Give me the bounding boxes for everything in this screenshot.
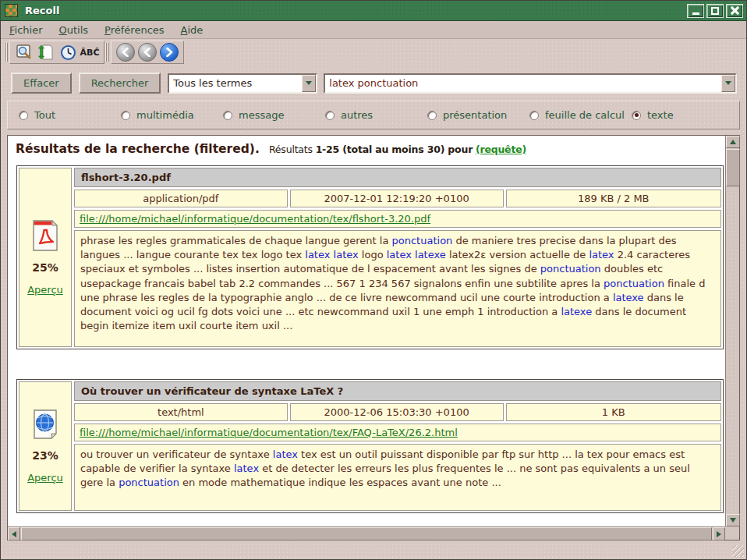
update-index-button[interactable] (35, 42, 57, 62)
pdf-file-icon (32, 220, 58, 251)
result-1-side: 25% Aperçu (19, 168, 72, 347)
results-list: Résultats de la recherche (filtered). Ré… (8, 136, 725, 526)
result-row-1: 25% Aperçu flshort-3.20.pdf application/… (16, 165, 724, 349)
search-mode-select[interactable]: Tous les termes (168, 73, 317, 94)
result-url-link[interactable]: file:///home/michael/informatique/docume… (80, 427, 458, 438)
arrow-right-icon (165, 48, 174, 57)
recoll-app-icon (5, 4, 18, 17)
results-count-label: Résultats (269, 144, 313, 155)
clock-icon (60, 44, 76, 61)
search-button[interactable]: Rechercher (79, 73, 161, 94)
document-update-icon (37, 44, 55, 61)
toolbar-group-nav (111, 41, 184, 64)
maximize-icon (711, 7, 719, 15)
resize-grip[interactable] (732, 545, 744, 557)
scroll-left-button[interactable] (8, 527, 20, 541)
radio-icon (223, 111, 232, 120)
vertical-scrollbar[interactable] (725, 136, 739, 526)
radio-icon (632, 111, 641, 120)
relevance-percent: 23% (32, 449, 58, 462)
result-1-main: flshort-3.20.pdf application/pdf 2007-12… (74, 168, 721, 347)
scroll-down-button[interactable] (726, 514, 740, 526)
result-date: 2007-12-01 12:19:20 +0100 (290, 190, 504, 207)
result-title[interactable]: Où trouver un vérificateur de syntaxe La… (74, 381, 721, 401)
arrow-left-icon (12, 531, 16, 537)
first-page-button[interactable] (116, 43, 135, 62)
preview-link[interactable]: Aperçu (27, 472, 63, 484)
toolbar-handle[interactable] (4, 43, 8, 62)
result-snippet: ou trouver un verificateur de syntaxe la… (74, 444, 721, 511)
menu-aide[interactable]: Aide (181, 24, 204, 36)
menubar: Fichier Outils Préférences Aide (1, 21, 746, 39)
chevron-down-icon (725, 81, 731, 85)
query-detail-button[interactable] (13, 42, 35, 62)
search-query-dropdown-button[interactable] (721, 75, 735, 92)
vertical-scrollbar-thumb[interactable] (726, 149, 740, 186)
term-explorer-button[interactable]: ÂBĈ (79, 42, 101, 62)
filter-tout[interactable]: Tout (19, 109, 121, 121)
close-icon (731, 6, 739, 15)
filter-presentation[interactable]: présentation (427, 109, 529, 121)
next-page-button[interactable] (160, 43, 179, 62)
result-meta-row: text/html 2000-12-06 15:03:30 +0100 1 KB (74, 403, 721, 421)
result-snippet: phrase les regles grammaticales de chaqu… (74, 230, 721, 347)
prev-page-button[interactable] (138, 43, 157, 62)
toolbar-handle-2[interactable] (105, 43, 109, 62)
search-query-input[interactable]: latex ponctuation (325, 75, 721, 92)
radio-icon (325, 111, 335, 120)
arrow-left-icon (143, 48, 152, 57)
search-document-icon (16, 44, 33, 61)
result-url-cell: file:///home/michael/informatique/docume… (74, 424, 721, 441)
search-mode-value: Tous les termes (169, 75, 302, 92)
horizontal-scrollbar[interactable] (8, 526, 725, 540)
result-mimetype: application/pdf (74, 190, 288, 207)
filter-autres[interactable]: autres (325, 109, 427, 121)
result-mimetype: text/html (74, 403, 288, 421)
filter-multimedia[interactable]: multimédia (121, 109, 223, 121)
radio-icon (121, 111, 130, 120)
result-title[interactable]: flshort-3.20.pdf (74, 168, 721, 187)
results-header: Résultats de la recherche (filtered). Ré… (16, 142, 725, 156)
scroll-right-button[interactable] (713, 527, 725, 541)
term-explorer-icon: ÂBĈ (80, 48, 100, 58)
close-button[interactable] (726, 4, 743, 18)
filter-panel: Tout multimédia message autres présentat… (7, 101, 740, 129)
result-size: 1 KB (506, 403, 722, 421)
search-query-combo[interactable]: latex ponctuation (324, 73, 737, 94)
scroll-up-button[interactable] (726, 136, 740, 148)
clear-button[interactable]: Effacer (11, 73, 72, 94)
toolbar-group-main: ÂBĈ (9, 41, 104, 64)
results-range: 1-25 (total au moins 30) pour (316, 144, 473, 155)
arrow-left-icon (121, 48, 130, 57)
maximize-button[interactable] (706, 4, 724, 18)
radio-icon (19, 111, 28, 120)
menu-outils[interactable]: Outils (59, 24, 89, 36)
status-bar (1, 541, 746, 559)
filter-message[interactable]: message (223, 109, 325, 121)
menu-preferences[interactable]: Préférences (104, 24, 164, 36)
toolbar: ÂBĈ (1, 39, 746, 66)
results-gap (11, 349, 725, 379)
result-size: 189 KB / 2 MB (506, 190, 722, 207)
arrow-down-icon (730, 518, 736, 523)
history-button[interactable] (57, 42, 79, 62)
chevron-down-icon (306, 81, 312, 85)
filter-texte[interactable]: texte (632, 109, 674, 121)
radio-icon (427, 111, 437, 120)
search-mode-dropdown-button[interactable] (302, 75, 316, 92)
filter-feuille-de-calcul[interactable]: feuille de calcul (529, 109, 632, 121)
menu-fichier[interactable]: Fichier (9, 24, 43, 36)
window-titlebar[interactable]: Recoll (1, 1, 746, 21)
result-2-side: 23% Aperçu (19, 381, 72, 511)
preview-link[interactable]: Aperçu (27, 284, 63, 296)
result-url-link[interactable]: file:///home/michael/informatique/docume… (80, 213, 430, 225)
minimize-button[interactable] (687, 4, 704, 18)
results-title: Résultats de la recherche (filtered). (16, 142, 260, 156)
recoll-window: Recoll Fichier Outils Préférences Aide (0, 0, 747, 560)
horizontal-scrollbar-thumb[interactable] (21, 527, 712, 541)
scrollbar-corner (725, 526, 739, 540)
window-title: Recoll (25, 5, 685, 16)
html-file-icon (32, 409, 58, 439)
result-meta-row: application/pdf 2007-12-01 12:19:20 +010… (74, 190, 721, 207)
query-link[interactable]: (requête) (476, 144, 526, 155)
